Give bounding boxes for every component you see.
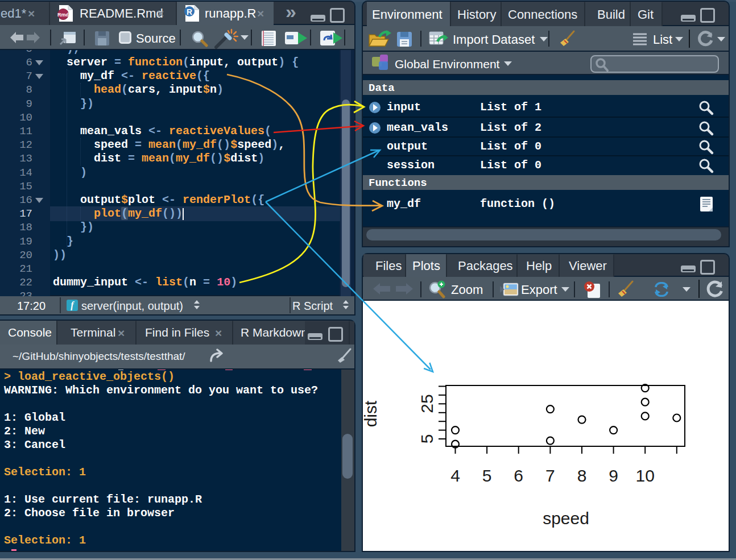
svg-text:5: 5	[417, 434, 436, 444]
svg-text:Rmd: Rmd	[57, 12, 69, 18]
svg-text:10: 10	[636, 466, 655, 485]
svg-text:speed: speed	[543, 509, 589, 528]
svg-text:R: R	[187, 7, 192, 16]
svg-text:25: 25	[417, 394, 436, 413]
svg-text:9: 9	[609, 466, 618, 485]
svg-text:6: 6	[514, 466, 523, 485]
svg-text:8: 8	[577, 466, 587, 485]
svg-text:4: 4	[450, 466, 460, 485]
svg-text:dist: dist	[363, 400, 380, 427]
svg-text:7: 7	[545, 466, 555, 485]
svg-text:5: 5	[482, 466, 492, 485]
